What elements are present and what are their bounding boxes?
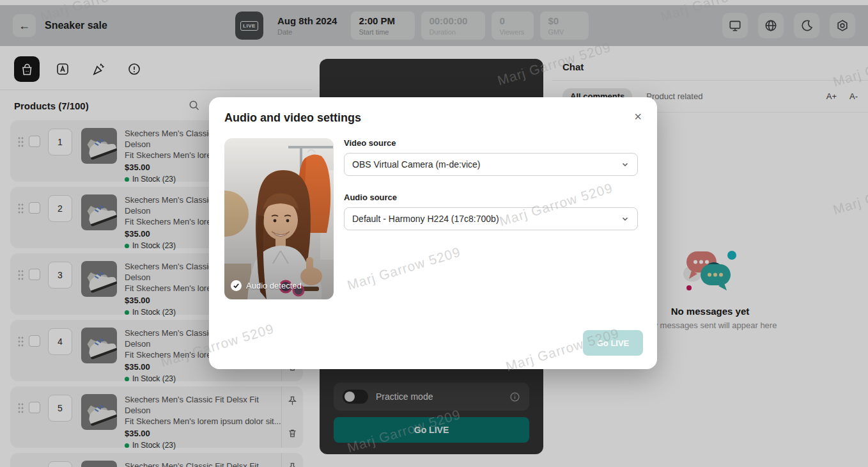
audio-video-settings-modal: Audio and video settings × xyxy=(209,97,657,369)
audio-source-select[interactable]: Default - Harmony H224 (17c8:700b) xyxy=(344,207,638,230)
audio-source-value: Default - Harmony H224 (17c8:700b) xyxy=(352,214,499,224)
modal-go-live-button[interactable]: Go LIVE xyxy=(583,330,643,356)
video-source-label: Video source xyxy=(344,138,638,148)
chevron-down-icon xyxy=(621,160,630,169)
video-source-select[interactable]: OBS Virtual Camera (m-de:vice) xyxy=(344,153,638,176)
audio-source-label: Audio source xyxy=(344,193,638,202)
check-circle-icon xyxy=(231,280,242,291)
modal-title: Audio and video settings xyxy=(224,111,361,125)
video-source-value: OBS Virtual Camera (m-de:vice) xyxy=(352,159,480,170)
camera-preview-image xyxy=(224,138,334,299)
live-studio-app: ← Sneaker sale LIVE Aug 8th 2024 Date 2:… xyxy=(0,0,868,467)
audio-detected-badge: Audio detected xyxy=(231,280,302,291)
close-icon[interactable]: × xyxy=(634,109,642,124)
audio-detected-label: Audio detected xyxy=(246,281,302,290)
modal-form: Video source OBS Virtual Camera (m-de:vi… xyxy=(344,138,638,230)
chevron-down-icon xyxy=(621,214,630,223)
camera-preview xyxy=(224,138,334,299)
